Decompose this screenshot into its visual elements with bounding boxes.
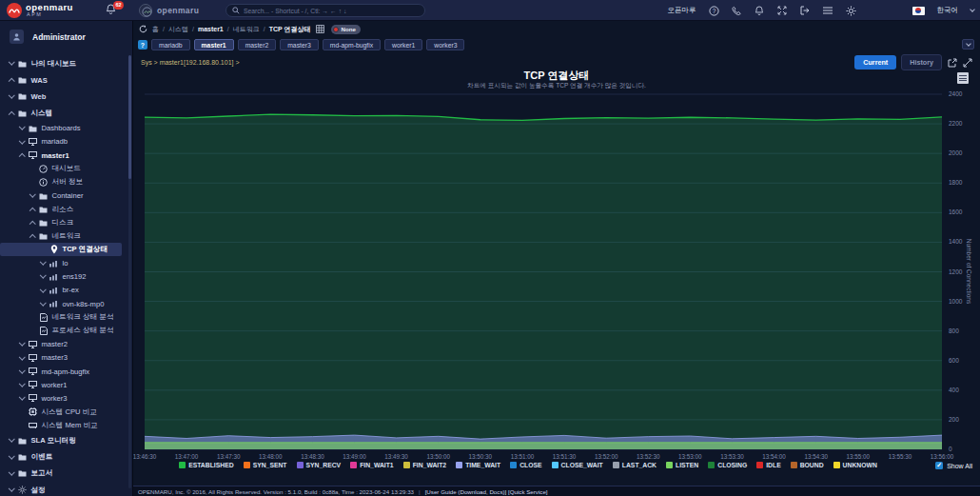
- legend-item-idle[interactable]: IDLE: [756, 462, 780, 468]
- sidebar-scrollbar-thumb[interactable]: [128, 55, 131, 179]
- global-search-input[interactable]: Search... - Shortcut - /, Ctl: → ← ↑ ↓: [225, 4, 425, 17]
- legend-item-last_ack[interactable]: LAST_ACK: [613, 462, 657, 468]
- tabs-overflow-button[interactable]: [962, 39, 974, 50]
- sidebar-item-master3[interactable]: master3: [0, 351, 126, 365]
- chevron-down-icon[interactable]: [9, 92, 14, 98]
- tcp-connections-chart[interactable]: 0200400600800100012001400160018002000220…: [133, 90, 980, 462]
- help-icon[interactable]: ?: [709, 6, 719, 16]
- sidebar-item-시스템-mem-비교[interactable]: 시스템 Mem 비교: [0, 419, 126, 432]
- chevron-up-icon[interactable]: [29, 208, 35, 213]
- tab-master3[interactable]: master3: [280, 39, 319, 50]
- language-selector[interactable]: 한국어: [937, 6, 959, 15]
- chevron-down-icon[interactable]: [9, 59, 14, 65]
- sidebar-item-나의-대시보드[interactable]: 나의 대시보드: [0, 55, 126, 71]
- footer-links[interactable]: [User Guide (Download, Docs)] [Quick Ser…: [425, 488, 548, 495]
- legend-item-established[interactable]: ESTABLISHED: [179, 462, 233, 468]
- menu-icon[interactable]: [823, 6, 833, 16]
- chevron-down-icon[interactable]: [9, 486, 14, 491]
- sidebar-item-ens192[interactable]: ens192: [0, 270, 126, 284]
- tab-md-apm-bugfix[interactable]: md-apm-bugfix: [323, 39, 381, 50]
- sidebar-item-worker3[interactable]: worker3: [0, 391, 126, 405]
- chevron-down-icon[interactable]: [19, 367, 25, 372]
- sidebar-item-ovn-k8s-mp0[interactable]: ovn-k8s-mp0: [0, 297, 126, 310]
- legend-item-close[interactable]: CLOSE: [510, 462, 541, 468]
- sidebar-item-디스크[interactable]: 디스크: [0, 216, 126, 229]
- alarm-bell-icon[interactable]: [755, 6, 765, 16]
- chevron-up-icon[interactable]: [9, 111, 14, 117]
- legend-item-fin_wait2[interactable]: FIN_WAIT2: [403, 462, 447, 468]
- chevron-down-icon[interactable]: [19, 381, 25, 387]
- sidebar-item-tcp-연결상태[interactable]: TCP 연결상태: [0, 243, 122, 256]
- sidebar-item-서버-정보[interactable]: 서버 정보: [0, 175, 126, 188]
- legend-item-listen[interactable]: LISTEN: [666, 462, 698, 468]
- sidebar-item-네트워크[interactable]: 네트워크: [0, 229, 126, 243]
- chevron-up-icon[interactable]: [9, 78, 14, 84]
- sidebar-item-리소스[interactable]: 리소스: [0, 203, 126, 216]
- tab-master2[interactable]: master2: [238, 39, 277, 50]
- chevron-down-icon[interactable]: [19, 124, 25, 129]
- checkbox-checked-icon[interactable]: ✓: [935, 462, 943, 469]
- tab-mariadb[interactable]: mariadb: [151, 39, 190, 50]
- refresh-icon[interactable]: [138, 24, 148, 34]
- series-area-listen[interactable]: [145, 443, 942, 449]
- chevron-up-icon[interactable]: [29, 234, 35, 240]
- sidebar-item-dashboards[interactable]: Dashboards: [0, 122, 126, 135]
- help-badge[interactable]: ?: [138, 40, 147, 50]
- legend-item-fin_wait1[interactable]: FIN_WAIT1: [350, 462, 394, 468]
- legend-item-unknown[interactable]: UNKNOWN: [833, 462, 877, 468]
- series-area-established[interactable]: [145, 114, 942, 449]
- sidebar-item-worker1[interactable]: worker1: [0, 378, 126, 391]
- gear-icon[interactable]: [846, 6, 856, 16]
- legend-item-syn_recv[interactable]: SYN_RECV: [297, 462, 342, 468]
- legend-item-close_wait[interactable]: CLOSE_WAIT: [552, 462, 603, 468]
- chevron-down-icon[interactable]: [40, 259, 46, 265]
- chevron-down-icon[interactable]: [19, 137, 25, 143]
- sidebar-item-lo[interactable]: lo: [0, 256, 126, 269]
- chevron-down-icon[interactable]: [29, 191, 35, 197]
- breadcrumb-item[interactable]: 네트워크: [233, 25, 260, 34]
- chevron-up-icon[interactable]: [29, 221, 35, 227]
- logout-icon[interactable]: [800, 6, 811, 16]
- chevron-down-icon[interactable]: [9, 452, 14, 458]
- legend-item-closing[interactable]: CLOSING: [708, 462, 747, 468]
- sidebar-item-시스템[interactable]: 시스템: [0, 105, 126, 121]
- phone-icon[interactable]: [732, 6, 742, 16]
- chevron-down-icon[interactable]: [19, 394, 25, 400]
- show-all-toggle[interactable]: ✓ Show All: [935, 462, 972, 469]
- chevron-down-icon[interactable]: [40, 272, 46, 278]
- tab-master1[interactable]: master1: [194, 39, 234, 50]
- tab-worker1[interactable]: worker1: [384, 39, 422, 50]
- tab-worker3[interactable]: worker3: [426, 39, 464, 50]
- chevron-down-icon[interactable]: [19, 353, 25, 359]
- sidebar-item-master1[interactable]: master1: [0, 149, 126, 162]
- open-external-icon[interactable]: [947, 57, 957, 68]
- breadcrumb-item[interactable]: 시스템: [168, 25, 188, 34]
- sidebar-item-web[interactable]: Web: [0, 89, 126, 105]
- sidebar-item-설정[interactable]: 설정: [0, 482, 126, 496]
- sidebar-item-md-apm-bugfix[interactable]: md-apm-bugfix: [0, 365, 126, 378]
- dashboard-grid-icon[interactable]: [315, 24, 325, 34]
- legend-item-time_wait[interactable]: TIME_WAIT: [456, 462, 500, 468]
- chevron-up-icon[interactable]: [19, 153, 25, 159]
- chevron-down-icon[interactable]: [9, 469, 14, 475]
- sidebar-item-sla-모니터링[interactable]: SLA 모니터링: [0, 432, 126, 448]
- chevron-down-icon[interactable]: [9, 436, 14, 442]
- breadcrumb-item[interactable]: 홈: [152, 25, 159, 34]
- legend-item-bound[interactable]: BOUND: [791, 462, 824, 468]
- context-path[interactable]: Sys > master1[192.168.80.101] >: [141, 59, 240, 66]
- admin-profile[interactable]: Administrator: [10, 30, 86, 44]
- sidebar-item-master2[interactable]: master2: [0, 338, 126, 351]
- expand-arrows-icon[interactable]: [777, 6, 788, 16]
- legend-item-syn_sent[interactable]: SYN_SENT: [244, 462, 287, 468]
- sidebar-item-container[interactable]: Container: [0, 189, 126, 203]
- breadcrumb-item[interactable]: master1: [198, 26, 224, 32]
- chevron-down-icon[interactable]: [40, 299, 46, 305]
- sidebar-item-대시보드[interactable]: 대시보드: [0, 162, 126, 175]
- sidebar-item-네트워크-상태-분석[interactable]: 네트워크 상태 분석: [0, 310, 126, 324]
- sidebar-item-시스템-cpu-비교[interactable]: 시스템 CPU 비교: [0, 406, 126, 419]
- sidebar-item-이벤트[interactable]: 이벤트: [0, 448, 126, 465]
- sidebar-item-mariadb[interactable]: mariadb: [0, 135, 126, 149]
- breadcrumb-item[interactable]: TCP 연결상태: [269, 25, 311, 34]
- sidebar-item-br-ex[interactable]: br-ex: [0, 284, 126, 297]
- sidebar-item-was[interactable]: WAS: [0, 71, 126, 88]
